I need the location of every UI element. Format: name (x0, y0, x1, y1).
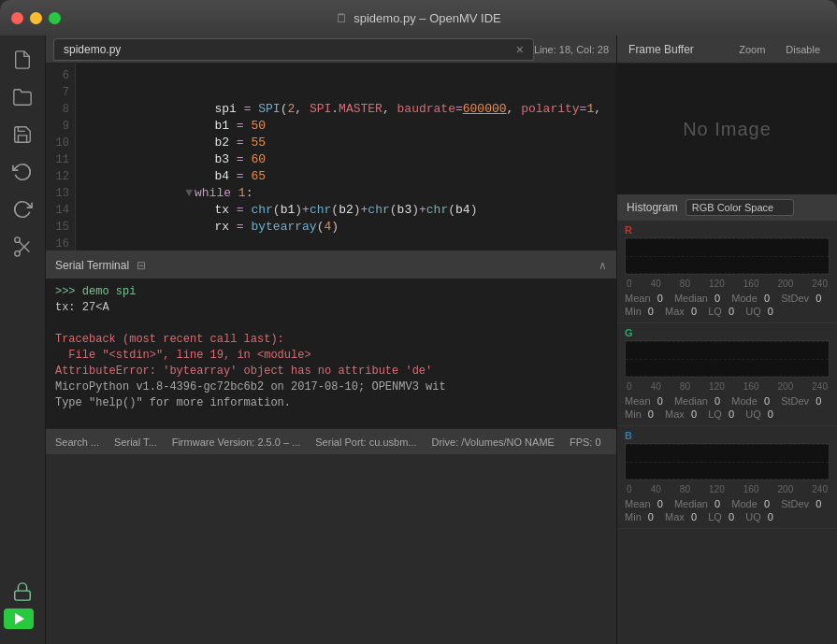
r-stats-row2: Min 0 Max 0 LQ 0 UQ 0 (625, 306, 830, 317)
connection-icon[interactable] (4, 575, 41, 608)
svg-point-1 (15, 237, 21, 242)
file-icon: 🗒 (336, 11, 348, 25)
code-line-7: spi = SPI(2, SPI.MASTER, baudrate=600000… (83, 84, 601, 101)
close-button[interactable] (11, 12, 23, 24)
minimize-button[interactable] (30, 12, 42, 24)
code-editor[interactable]: 6 7 8 9 10 11 12 13 14 15 16 17 18 19 (46, 64, 616, 250)
svg-rect-4 (15, 591, 31, 600)
histogram-header: Histogram RGB Color Space Grayscale LAB … (617, 194, 837, 221)
g-channel-block: G 04080120160200240 Mean 0 Median 0 Mode… (617, 323, 837, 426)
titlebar: 🗒 spidemo.py – OpenMV IDE (0, 0, 837, 36)
maximize-button[interactable] (49, 12, 61, 24)
terminal-traceback: Traceback (most recent call last): (55, 332, 607, 348)
r-axis: 04080120160200240 (625, 279, 830, 289)
zoom-button[interactable]: Zoom (733, 42, 771, 57)
b-stats-row1: Mean 0 Median 0 Mode 0 StDev 0 (625, 498, 830, 509)
terminal-controls: ∧ (599, 259, 607, 272)
sidebar (0, 36, 46, 644)
terminal-line-1: >>> demo spi (55, 284, 607, 300)
traffic-lights (11, 12, 61, 24)
serial-terminal: Serial Terminal ⊟ ∧ >>> demo spi tx: 27<… (46, 250, 616, 428)
terminal-content[interactable]: >>> demo spi tx: 27<A Traceback (most re… (46, 279, 616, 428)
terminal-icon: ⊟ (137, 259, 146, 272)
r-stats-row1: Mean 0 Median 0 Mode 0 StDev 0 (625, 293, 830, 304)
g-stats-row1: Mean 0 Median 0 Mode 0 StDev 0 (625, 395, 830, 407)
terminal-file-ref: File "<stdin>", line 19, in <module> (55, 348, 607, 364)
g-stats-row2: Min 0 Max 0 LQ 0 UQ 0 (625, 408, 830, 420)
framebuffer-controls: Zoom Disable (733, 42, 826, 57)
terminal-line-3 (55, 316, 607, 332)
r-channel-block: R 04080120160200240 Mean 0 Median 0 Mode… (617, 221, 837, 323)
r-histogram-bar (625, 237, 830, 275)
statusbar-drive: Drive: /Volumes/NO NAME (431, 436, 554, 448)
code-line-6 (83, 67, 601, 84)
editor-scrollbar[interactable] (609, 64, 616, 250)
editor-position: Line: 18, Col: 28 (534, 44, 609, 55)
tab-close-button[interactable]: × (516, 42, 524, 57)
terminal-attr-error: AttributeError: 'bytearray' object has n… (55, 364, 607, 379)
g-histogram-bar (625, 340, 830, 378)
open-folder-icon[interactable] (4, 80, 41, 114)
framebuffer-title: Frame Buffer (628, 43, 694, 56)
g-axis: 04080120160200240 (625, 381, 830, 392)
redo-icon[interactable] (4, 193, 41, 226)
run-button[interactable] (4, 608, 34, 629)
right-panel: Frame Buffer Zoom Disable No Image Histo… (616, 36, 837, 644)
tab-filename: spidemo.py (64, 43, 121, 56)
colorspace-select[interactable]: RGB Color Space Grayscale LAB Color Spac… (685, 199, 794, 216)
terminal-header: Serial Terminal ⊟ ∧ (46, 252, 616, 279)
code-content[interactable]: spi = SPI(2, SPI.MASTER, baudrate=600000… (76, 64, 609, 250)
g-channel-label: G (625, 327, 830, 338)
b-channel-block: B 04080120160200240 Mean 0 Median 0 Mode… (617, 426, 837, 529)
svg-point-0 (15, 251, 21, 257)
cut-icon[interactable] (4, 230, 41, 264)
statusbar-firmware: Firmware Version: 2.5.0 – ... (172, 436, 301, 448)
disable-button[interactable]: Disable (780, 42, 826, 57)
terminal-line-2: tx: 27<A (55, 300, 607, 316)
editor-tab-spidemo[interactable]: spidemo.py × (53, 38, 534, 61)
b-channel-label: B (625, 430, 830, 441)
terminal-title: Serial Terminal (55, 259, 129, 272)
b-stats-row2: Min 0 Max 0 LQ 0 UQ 0 (625, 511, 830, 522)
b-axis: 04080120160200240 (625, 484, 830, 494)
r-channel-label: R (625, 224, 830, 236)
terminal-micropython: MicroPython v1.8-4396-gc72bc6b2 on 2017-… (55, 379, 607, 395)
statusbar-fps: FPS: 0 (570, 436, 601, 448)
histogram-section: Histogram RGB Color Space Grayscale LAB … (617, 194, 837, 644)
undo-icon[interactable] (4, 155, 41, 189)
statusbar: Search ... Serial T... Firmware Version:… (46, 428, 616, 454)
b-histogram-bar (625, 443, 830, 480)
framebuffer-header: Frame Buffer Zoom Disable (617, 36, 837, 64)
statusbar-search[interactable]: Search ... (55, 436, 99, 448)
no-image-area: No Image (617, 64, 837, 194)
statusbar-serial-port: Serial Port: cu.usbm... (315, 436, 416, 448)
no-image-text: No Image (683, 119, 772, 140)
terminal-collapse-icon[interactable]: ∧ (599, 259, 607, 272)
histogram-label: Histogram (627, 201, 678, 214)
new-file-icon[interactable] (4, 43, 41, 77)
save-icon[interactable] (4, 118, 41, 151)
terminal-help: Type "help()" for more information. (55, 395, 607, 411)
statusbar-serial-terminal[interactable]: Serial T... (114, 436, 157, 448)
line-numbers: 6 7 8 9 10 11 12 13 14 15 16 17 18 19 (46, 64, 76, 250)
editor-tabbar: spidemo.py × Line: 18, Col: 28 (46, 36, 616, 64)
window-title: 🗒 spidemo.py – OpenMV IDE (336, 11, 501, 25)
